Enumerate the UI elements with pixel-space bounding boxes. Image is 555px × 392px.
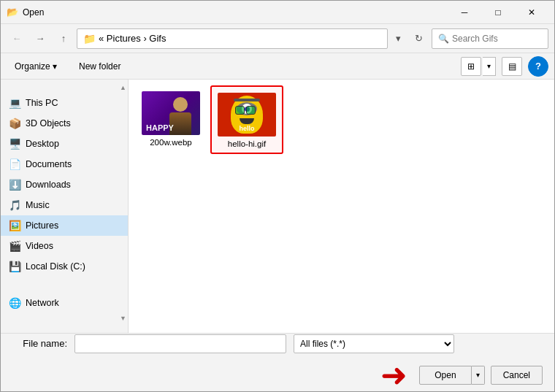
sidebar-item-3d-objects[interactable]: 📦 3D Objects [1, 113, 128, 134]
title-bar-controls: ─ □ ✕ [448, 1, 548, 24]
filetype-select[interactable]: All files (*.*) Image Files GIF Files (*… [294, 334, 454, 353]
this-pc-icon: 💻 [8, 96, 21, 109]
arrow-icon: ➜ [380, 359, 407, 391]
file-item-hello[interactable]: hello hello-hi.gif [210, 85, 283, 154]
sidebar-item-downloads[interactable]: ⬇️ Downloads [1, 174, 128, 195]
address-path-inner: 📁 « Pictures › Gifs [83, 33, 166, 45]
sidebar-scroll-bottom-area [1, 283, 128, 293]
hello-text-label: hello [218, 125, 276, 132]
title-bar: 📂 Open ─ □ ✕ [1, 1, 554, 24]
sidebar-wrapper: ▲ 💻 This PC 📦 3D Objects 🖥️ Desktop 📄 Do… [1, 80, 129, 333]
pictures-icon: 🖼️ [8, 219, 21, 232]
file-hello-name: hello-hi.gif [228, 139, 266, 150]
path-folder-icon: 📁 [83, 33, 96, 45]
back-button[interactable]: ← [7, 28, 27, 49]
organize-label: Organize ▾ [15, 61, 57, 72]
maximize-button[interactable]: □ [481, 1, 515, 24]
help-button[interactable]: ? [528, 56, 548, 77]
file-item-200w[interactable]: HAPPY 200w.webp [134, 85, 207, 154]
action-row: ➜ Open ▾ Cancel [12, 359, 543, 391]
file-thumbnail-hello: hello [218, 93, 276, 137]
view-type-button[interactable]: ⊞ [461, 57, 481, 76]
sidebar-item-local-disk[interactable]: 💾 Local Disk (C:) [1, 256, 128, 277]
sidebar-item-label: Documents [26, 159, 72, 169]
open-btn-group: Open ▾ [419, 366, 484, 385]
close-button[interactable]: ✕ [515, 1, 548, 24]
sidebar-scroll-down-icon[interactable]: ▼ [120, 315, 126, 322]
sidebar-item-label: Videos [26, 241, 53, 251]
sidebar-item-label: 3D Objects [26, 118, 71, 128]
minion-mouth [240, 118, 254, 124]
documents-icon: 📄 [8, 158, 21, 171]
up-button[interactable]: ↑ [53, 28, 74, 49]
sidebar-item-label: Pictures [26, 220, 58, 231]
thumb-200w-label: HAPPY [146, 123, 174, 132]
videos-icon: 🎬 [8, 239, 21, 253]
title-icon: 📂 [7, 7, 18, 18]
address-bar: ← → ↑ 📁 « Pictures › Gifs ▾ ↻ 🔍 [1, 24, 554, 53]
open-button[interactable]: Open [419, 366, 471, 385]
sidebar-item-documents[interactable]: 📄 Documents [1, 154, 128, 174]
address-dropdown-button[interactable]: ▾ [391, 28, 405, 49]
new-folder-label: New folder [79, 61, 120, 72]
glass-lens-right [246, 106, 256, 115]
3d-objects-icon: 📦 [8, 117, 21, 130]
sidebar-item-label: Local Disk (C:) [26, 261, 85, 272]
desktop-icon: 🖥️ [8, 137, 21, 150]
minion-glasses [235, 106, 259, 115]
sidebar-item-label: Network [26, 298, 59, 308]
sidebar-item-label: Downloads [26, 180, 71, 190]
refresh-button[interactable]: ↻ [408, 28, 429, 49]
forward-button[interactable]: → [30, 28, 50, 49]
sidebar-item-desktop[interactable]: 🖥️ Desktop [1, 134, 128, 154]
sidebar-item-label: This PC [26, 98, 58, 108]
sidebar-scroll-top: ▲ [1, 82, 128, 93]
network-icon: 🌐 [8, 296, 21, 310]
address-path-box[interactable]: 📁 « Pictures › Gifs [77, 28, 388, 49]
sidebar-item-this-pc[interactable]: 💻 This PC [1, 93, 128, 113]
organize-button[interactable]: Organize ▾ [7, 57, 65, 76]
sidebar-item-label: Desktop [26, 139, 59, 149]
main-area: ▲ 💻 This PC 📦 3D Objects 🖥️ Desktop 📄 Do… [1, 80, 554, 333]
open-dropdown-button[interactable]: ▾ [472, 366, 485, 385]
sidebar-item-videos[interactable]: 🎬 Videos [1, 236, 128, 256]
file-area: HAPPY 200w.webp [129, 80, 554, 333]
bottom-bar: File name: All files (*.*) Image Files G… [1, 333, 554, 391]
title-text: Open [23, 7, 448, 18]
sidebar-scroll-bottom: ▼ [1, 313, 128, 323]
sidebar-item-pictures[interactable]: 🖼️ Pictures [1, 215, 128, 236]
search-icon: 🔍 [438, 34, 449, 44]
file-200w-name: 200w.webp [150, 138, 192, 148]
downloads-icon: ⬇️ [8, 178, 21, 191]
local-disk-icon: 💾 [8, 260, 21, 273]
search-input[interactable] [452, 34, 542, 44]
minimize-button[interactable]: ─ [448, 1, 481, 24]
search-box: 🔍 [432, 28, 548, 49]
toolbar: Organize ▾ New folder ⊞ ▾ ▤ ? [1, 53, 554, 80]
filename-label: File name: [12, 338, 67, 349]
file-thumbnail-200w: HAPPY [142, 91, 200, 135]
cancel-button[interactable]: Cancel [491, 366, 543, 385]
pane-button[interactable]: ▤ [502, 57, 522, 76]
filename-input[interactable] [74, 334, 286, 353]
sidebar: ▲ 💻 This PC 📦 3D Objects 🖥️ Desktop 📄 Do… [1, 80, 129, 333]
music-icon: 🎵 [8, 199, 21, 212]
sidebar-scroll-up-icon[interactable]: ▲ [120, 84, 126, 91]
sidebar-item-label: Music [26, 200, 50, 210]
sidebar-item-network[interactable]: 🌐 Network [1, 293, 128, 313]
filename-row: File name: All files (*.*) Image Files G… [12, 334, 543, 353]
sidebar-item-music[interactable]: 🎵 Music [1, 195, 128, 215]
view-dropdown-button[interactable]: ▾ [483, 57, 496, 76]
breadcrumb-text: « Pictures › Gifs [99, 33, 166, 44]
view-controls: ⊞ ▾ [461, 57, 496, 76]
open-dialog: 📂 Open ─ □ ✕ ← → ↑ 📁 « Pictures › Gifs ▾… [0, 0, 555, 392]
glass-lens-left [235, 106, 245, 115]
new-folder-button[interactable]: New folder [71, 57, 129, 76]
